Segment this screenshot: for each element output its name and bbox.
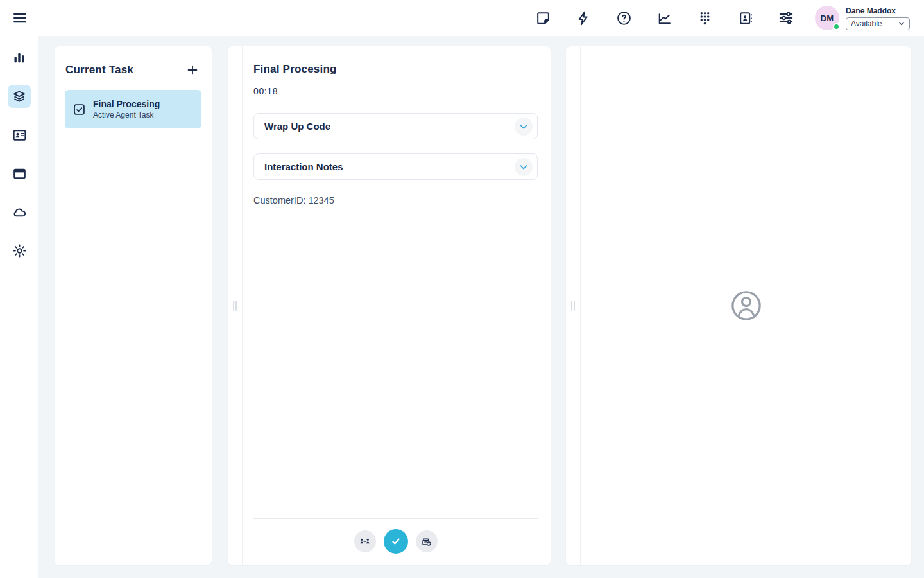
transfer-task-button[interactable] (354, 530, 376, 552)
profile-panel-resize-handle[interactable] (566, 46, 581, 565)
tasks-panel-header: Current Task (65, 62, 201, 78)
hamburger-menu-button[interactable] (10, 8, 30, 28)
work-panel-title: Final Procesing (253, 63, 538, 76)
top-bar: DM Dane Maddox Available (0, 0, 924, 36)
profile-panel-content (581, 46, 911, 565)
chevron-down-icon (898, 20, 905, 28)
chevron-down-icon (518, 121, 529, 132)
status-select[interactable]: Available (846, 17, 910, 30)
task-timer: 00:18 (253, 86, 538, 96)
user-name: Dane Maddox (846, 6, 910, 15)
hamburger-icon (12, 10, 28, 26)
cloud-icon (12, 204, 28, 220)
preferences-button[interactable] (776, 8, 796, 28)
task-card-text: Final Procesing Active Agent Task (93, 99, 160, 119)
current-task-panel: Current Task Final Procesing Active Agen… (55, 46, 212, 565)
note-icon (535, 10, 551, 26)
user-block: Dane Maddox Available (846, 6, 910, 30)
tasks-panel-title: Current Task (65, 64, 133, 76)
rail-item-contact-card[interactable] (8, 123, 31, 146)
rail-item-cloud[interactable] (8, 200, 31, 223)
agent-desktop: DM Dane Maddox Available (0, 0, 924, 578)
park-task-button[interactable] (416, 530, 438, 552)
presence-dot (833, 23, 840, 30)
chevron-down-icon (518, 161, 529, 173)
wrap-up-code-label: Wrap Up Code (264, 121, 330, 132)
task-list-item[interactable]: Final Procesing Active Agent Task (65, 90, 201, 128)
layers-icon (12, 89, 27, 104)
bar-chart-icon (12, 50, 27, 66)
interactions-button[interactable] (574, 9, 593, 28)
work-panel: Final Procesing 00:18 Wrap Up Code Inter… (228, 46, 551, 565)
transfer-people-icon (359, 536, 371, 548)
help-button[interactable] (615, 9, 633, 28)
contacts-button[interactable] (736, 9, 755, 28)
preferences-sliders-icon (778, 10, 794, 26)
chevron-halo (515, 158, 533, 176)
interaction-notes-accordion[interactable]: Interaction Notes (253, 153, 538, 180)
checked-checkbox-icon (73, 103, 86, 116)
main-area: Current Task Final Procesing Active Agen… (38, 36, 924, 578)
performance-chart-icon (656, 10, 672, 26)
park-box-clock-icon (420, 536, 432, 548)
dialpad-button[interactable] (696, 9, 714, 28)
add-task-button[interactable] (184, 62, 201, 78)
dialpad-icon (697, 10, 713, 26)
interaction-notes-label: Interaction Notes (264, 161, 343, 172)
chevron-halo (515, 118, 533, 136)
plus-icon (185, 63, 200, 77)
topbar-icon-group (534, 8, 796, 28)
gear-icon (12, 243, 28, 259)
user-avatar[interactable]: DM (815, 6, 839, 30)
profile-panel (566, 46, 911, 565)
rail-item-settings[interactable] (8, 239, 31, 262)
rail-item-tasks[interactable] (8, 85, 31, 108)
complete-task-button[interactable] (384, 529, 408, 554)
lightning-icon (576, 10, 592, 26)
contacts-icon (737, 10, 753, 26)
check-icon (389, 535, 402, 548)
performance-button[interactable] (655, 9, 674, 28)
note-button[interactable] (534, 9, 552, 28)
customer-id-text: CustomerID: 12345 (253, 195, 538, 206)
drag-grip-icon (571, 301, 575, 311)
browser-window-icon (12, 166, 28, 182)
wrap-up-code-accordion[interactable]: Wrap Up Code (253, 113, 538, 139)
contact-card-icon (12, 127, 28, 143)
work-panel-resize-handle[interactable] (228, 46, 243, 565)
task-card-subtitle: Active Agent Task (93, 110, 160, 119)
rail-item-window[interactable] (8, 162, 31, 185)
work-panel-footer (253, 518, 538, 554)
help-icon (616, 10, 632, 26)
rail-item-analytics[interactable] (8, 46, 31, 69)
work-panel-content: Final Procesing 00:18 Wrap Up Code Inter… (243, 46, 551, 565)
profile-placeholder-icon (730, 289, 763, 322)
left-rail (0, 36, 38, 578)
drag-grip-icon (233, 301, 237, 311)
task-card-title: Final Procesing (93, 99, 160, 109)
status-value: Available (851, 19, 882, 28)
